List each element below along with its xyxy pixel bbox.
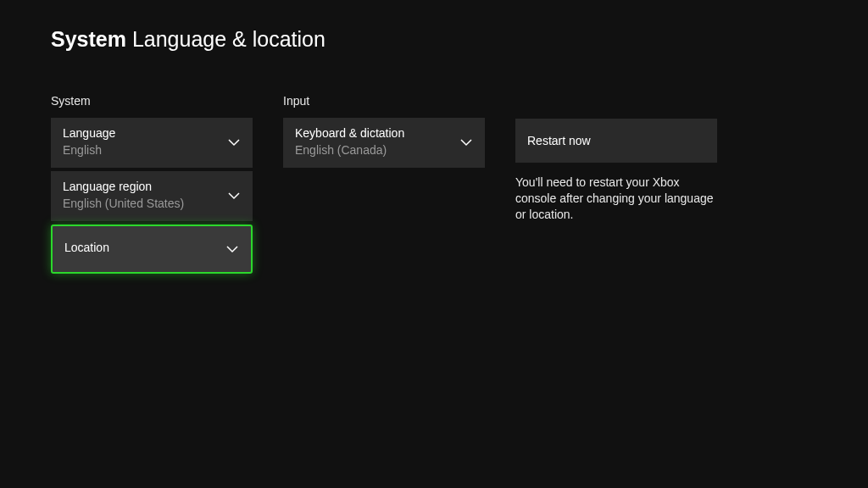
language-region-label: Language region	[63, 179, 241, 194]
input-column: Input Keyboard & dictation English (Cana…	[283, 94, 485, 277]
spacer	[515, 94, 717, 119]
keyboard-value: English (Canada)	[295, 142, 473, 159]
restart-info-text: You'll need to restart your Xbox console…	[515, 175, 717, 223]
location-dropdown[interactable]: Location	[51, 225, 253, 274]
page-title-page: Language & location	[132, 27, 326, 51]
input-heading: Input	[283, 94, 485, 108]
language-dropdown[interactable]: Language English	[51, 118, 253, 168]
chevron-down-icon	[459, 135, 473, 150]
language-region-dropdown[interactable]: Language region English (United States)	[51, 171, 253, 221]
page-header: System Language & location	[0, 0, 868, 52]
system-column: System Language English Language region …	[51, 94, 253, 277]
restart-column: Restart now You'll need to restart your …	[515, 94, 717, 277]
chevron-down-icon	[227, 135, 241, 150]
chevron-down-icon	[225, 241, 239, 257]
keyboard-dropdown[interactable]: Keyboard & dictation English (Canada)	[283, 118, 485, 168]
page-title-category: System	[51, 27, 126, 51]
restart-now-button[interactable]: Restart now	[515, 119, 717, 163]
page-title: System Language & location	[51, 27, 868, 52]
content-area: System Language English Language region …	[0, 52, 868, 277]
location-label: Location	[64, 240, 239, 255]
restart-now-label: Restart now	[527, 134, 705, 147]
language-label: Language	[63, 125, 241, 141]
language-value: English	[63, 142, 241, 159]
chevron-down-icon	[227, 188, 241, 203]
keyboard-label: Keyboard & dictation	[295, 125, 473, 141]
language-region-value: English (United States)	[63, 196, 241, 213]
system-heading: System	[51, 94, 253, 108]
